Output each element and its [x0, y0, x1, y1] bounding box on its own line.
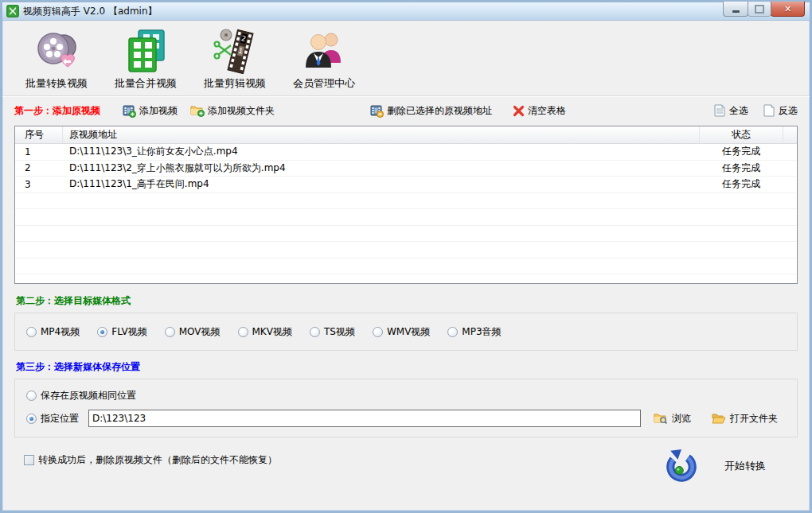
radio-wmv[interactable]: WMV视频 — [373, 325, 430, 339]
save-path-input[interactable] — [88, 410, 641, 427]
empty-row — [15, 226, 797, 243]
delete-after-label: 转换成功后，删除原视频文件（删除后的文件不能恢复） — [38, 453, 277, 467]
radio-label: FLV视频 — [111, 325, 146, 339]
add-video-folder-button[interactable]: 添加视频文件夹 — [190, 104, 275, 118]
toolbar-divider — [2, 95, 810, 97]
maximize-icon — [755, 5, 764, 14]
toolbar-label: 会员管理中心 — [293, 76, 355, 91]
window-controls: ✕ — [724, 2, 805, 17]
radio-circle-selected[interactable] — [26, 414, 37, 424]
radio-label: MKV视频 — [252, 325, 292, 339]
radio-flv[interactable]: FLV视频 — [97, 325, 146, 339]
radio-ts[interactable]: TS视频 — [310, 325, 355, 339]
delete-selected-button[interactable]: 删除已选择的原视频地址 — [370, 104, 492, 118]
batch-cut-icon: 2 1 — [212, 27, 258, 75]
cell-status: 任务完成 — [700, 144, 783, 160]
start-convert-button[interactable]: 开始转换 — [664, 449, 766, 484]
add-video-folder-label: 添加视频文件夹 — [208, 104, 275, 118]
toolbar-button-members[interactable]: 会员管理中心 — [286, 27, 362, 91]
open-folder-button[interactable]: 打开文件夹 — [712, 412, 778, 426]
members-icon — [301, 27, 347, 75]
toolbar-button-batch-convert[interactable]: 批量转换视频 — [18, 27, 95, 91]
step1-title: 第一步：添加原视频 — [14, 104, 100, 118]
maximize-button[interactable] — [748, 2, 771, 17]
radio-circle[interactable] — [310, 327, 320, 337]
header-filler — [783, 126, 797, 143]
clear-table-label: 清空表格 — [528, 104, 566, 118]
cell-index: 2 — [15, 161, 63, 177]
delete-after-checkbox[interactable] — [24, 455, 34, 465]
empty-row — [15, 258, 797, 275]
titlebar[interactable]: 视频剪辑高手 V2.0 【admin】 ✕ — [2, 2, 810, 21]
header-path[interactable]: 原视频地址 — [63, 126, 700, 143]
step1-action-row: 第一步：添加原视频 添加视频 添加视频文件夹 — [14, 100, 798, 121]
close-button[interactable]: ✕ — [771, 2, 805, 17]
header-status[interactable]: 状态 — [700, 126, 783, 143]
radio-mov[interactable]: MOV视频 — [165, 325, 221, 339]
cell-index: 1 — [15, 144, 63, 160]
radio-circle[interactable] — [447, 327, 458, 337]
bottom-row: 转换成功后，删除原视频文件（删除后的文件不能恢复） 开始转换 — [14, 453, 798, 509]
empty-row — [15, 193, 797, 210]
radio-circle[interactable] — [26, 327, 37, 337]
specified-location-label: 指定位置 — [41, 412, 79, 426]
film-minus-icon — [370, 104, 384, 118]
red-x-icon — [513, 105, 525, 117]
add-video-label: 添加视频 — [139, 104, 178, 118]
radio-circle-selected[interactable] — [97, 327, 107, 337]
specified-location-option[interactable]: 指定位置 浏览 打开文件夹 — [26, 410, 786, 427]
minimize-button[interactable] — [723, 2, 748, 17]
start-convert-label: 开始转换 — [724, 459, 766, 473]
radio-label: MP3音频 — [462, 325, 501, 339]
invert-selection-label: 反选 — [779, 104, 798, 118]
open-folder-icon — [712, 412, 726, 425]
empty-row — [15, 274, 797, 284]
cell-filler — [783, 144, 797, 160]
radio-circle[interactable] — [373, 327, 383, 337]
cell-path: D:\111\123\3_让你前女友小心点.mp4 — [63, 144, 700, 160]
cell-path: D:\111\123\1_高手在民间.mp4 — [63, 177, 700, 192]
radio-mkv[interactable]: MKV视频 — [238, 325, 292, 339]
toolbar-button-batch-cut[interactable]: 2 1 批量剪辑视频 — [197, 27, 273, 91]
cell-filler — [783, 177, 797, 192]
select-all-label: 全选 — [729, 104, 748, 118]
browse-folder-icon — [654, 412, 668, 425]
cell-index: 3 — [15, 177, 63, 192]
select-all-button[interactable]: 全选 — [713, 104, 748, 118]
delete-selected-label: 删除已选择的原视频地址 — [387, 104, 492, 118]
close-icon: ✕ — [784, 4, 791, 14]
add-video-button[interactable]: 添加视频 — [123, 104, 178, 118]
window-title: 视频剪辑高手 V2.0 【admin】 — [23, 5, 158, 18]
invert-selection-icon — [763, 104, 775, 117]
film-plus-icon — [123, 104, 136, 118]
app-window: 视频剪辑高手 V2.0 【admin】 ✕ 批量转换视频 — [0, 0, 812, 513]
radio-circle[interactable] — [26, 391, 37, 401]
table-row[interactable]: 3 D:\111\123\1_高手在民间.mp4 任务完成 — [15, 177, 797, 193]
radio-label: MOV视频 — [179, 325, 221, 339]
radio-label: MP4视频 — [41, 325, 80, 339]
select-all-icon — [713, 104, 726, 117]
radio-circle[interactable] — [165, 327, 175, 337]
toolbar-button-batch-merge[interactable]: 批量合并视频 — [107, 27, 184, 91]
folder-plus-icon — [190, 104, 205, 117]
radio-label: WMV视频 — [387, 325, 430, 339]
same-location-option[interactable]: 保存在原视频相同位置 — [26, 389, 786, 402]
save-location-groupbox: 保存在原视频相同位置 指定位置 浏览 打开文件夹 — [14, 379, 798, 437]
header-index[interactable]: 序号 — [15, 126, 63, 143]
cell-path: D:\111\123\2_穿上小熊衣服就可以为所欲为.mp4 — [63, 161, 700, 177]
cell-status: 任务完成 — [700, 177, 783, 192]
table-row[interactable]: 2 D:\111\123\2_穿上小熊衣服就可以为所欲为.mp4 任务完成 — [15, 161, 797, 177]
radio-mp3[interactable]: MP3音频 — [447, 325, 501, 339]
invert-selection-button[interactable]: 反选 — [763, 104, 798, 118]
radio-label: TS视频 — [324, 325, 355, 339]
table-header: 序号 原视频地址 状态 — [15, 126, 797, 144]
same-location-label: 保存在原视频相同位置 — [41, 389, 136, 402]
clear-table-button[interactable]: 清空表格 — [513, 104, 566, 118]
radio-mp4[interactable]: MP4视频 — [26, 325, 80, 339]
browse-label: 浏览 — [672, 412, 691, 426]
table-row[interactable]: 1 D:\111\123\3_让你前女友小心点.mp4 任务完成 — [15, 144, 797, 161]
format-groupbox: MP4视频 FLV视频 MOV视频 MKV视频 TS视频 WMV视频 MP3音频 — [14, 313, 798, 351]
radio-circle[interactable] — [238, 327, 248, 337]
browse-button[interactable]: 浏览 — [654, 412, 691, 426]
empty-row — [15, 242, 797, 258]
